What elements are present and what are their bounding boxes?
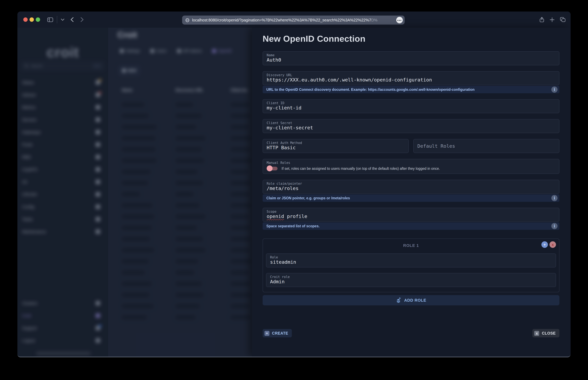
sidebar-item-maintenance[interactable]: Maintenance: [18, 226, 108, 238]
add-role-button[interactable]: ADD ROLE: [263, 295, 559, 305]
add-role-mapping-icon[interactable]: +: [541, 241, 548, 248]
sidebar-item-gateways[interactable]: Gateways: [18, 126, 108, 138]
client-secret-value: my-client-secret: [267, 125, 555, 131]
table-row[interactable]: [108, 222, 252, 233]
sidebar-item-rbd[interactable]: RBD: [18, 151, 108, 163]
close-button[interactable]: x CLOSE: [533, 329, 559, 337]
address-bar[interactable]: localhost:8080/croit/openid/?pagination=…: [182, 16, 405, 25]
table-row[interactable]: [108, 245, 252, 256]
cell-placeholder: [122, 159, 157, 163]
cell-placeholder: [122, 170, 150, 174]
table-rows: [108, 99, 252, 323]
tab-label: Users: [156, 49, 166, 53]
cell-placeholder: [122, 114, 149, 118]
column-header-name[interactable]: Name: [122, 88, 132, 92]
forward-icon[interactable]: [80, 17, 84, 22]
table-row[interactable]: [108, 267, 252, 278]
more-options-icon[interactable]: •••: [396, 17, 403, 23]
sidebar-item-pools[interactable]: Pools: [18, 138, 108, 151]
name-field[interactable]: Name Auth0: [263, 51, 559, 65]
role-claim-field[interactable]: Role claim/pointer /meta/roles: [263, 180, 559, 194]
sidebar-item-status[interactable]: Status: [18, 76, 108, 89]
role-claim-value: /meta/roles: [267, 186, 555, 191]
info-icon[interactable]: i: [551, 195, 557, 201]
table-row[interactable]: [108, 99, 252, 110]
new-tab-icon[interactable]: [550, 17, 554, 22]
chevron-down-icon[interactable]: [61, 19, 64, 21]
table-row[interactable]: [108, 301, 252, 312]
sidebar-item-config[interactable]: Config: [18, 201, 108, 213]
sidebar-item-support[interactable]: Support: [18, 322, 108, 334]
cell-placeholder: [122, 125, 157, 129]
tab-users[interactable]: Users: [150, 49, 166, 53]
sidebar-item-cephfs[interactable]: CephFS: [18, 163, 108, 176]
column-header-discovery-url[interactable]: Discovery URL: [176, 88, 203, 92]
browser-titlebar: localhost:8080/croit/openid/?pagination=…: [18, 12, 570, 28]
client-secret-field[interactable]: Client Secret my-client-secret: [263, 119, 559, 133]
sidebar-item-advisor[interactable]: Advisor: [18, 89, 108, 101]
croit-role-field[interactable]: Croit role Admin: [266, 273, 556, 287]
info-icon[interactable]: i: [551, 223, 557, 229]
manual-roles-toggle[interactable]: [267, 165, 278, 171]
minimize-window-button[interactable]: [30, 18, 34, 22]
openid-list-panel: Croit SettingsUsersAPI tokensOpenID NEW …: [108, 28, 252, 357]
table-row[interactable]: [108, 278, 252, 289]
info-icon[interactable]: i: [551, 86, 557, 93]
default-roles-field[interactable]: Default Roles: [413, 139, 559, 153]
table-row[interactable]: [108, 178, 252, 189]
metrics-icon: [96, 105, 100, 110]
sidebar-item-clusters[interactable]: Clusters: [18, 297, 108, 309]
scope-field[interactable]: Scope openid profile: [263, 208, 559, 222]
tab-settings[interactable]: Settings: [120, 49, 140, 53]
back-icon[interactable]: [71, 17, 74, 22]
cell-placeholder: [122, 315, 147, 319]
table-row[interactable]: [108, 289, 252, 301]
discovery-url-field[interactable]: Discovery URL https://XXX.eu.auth0.com/.…: [263, 71, 559, 85]
sidebar-nav: StatusAdvisorMetricsServersGatewaysPools…: [18, 76, 108, 238]
sidebar-item-label: CephFS: [22, 167, 96, 172]
tab-api-tokens[interactable]: API tokens: [177, 49, 202, 53]
table-row[interactable]: [108, 144, 252, 155]
table-row[interactable]: [108, 133, 252, 144]
table-row[interactable]: [108, 155, 252, 166]
tab-overview-icon[interactable]: [560, 17, 566, 22]
sidebar-item-s3[interactable]: S3: [18, 176, 108, 188]
sidebar-item-label: Croit: [22, 313, 96, 318]
share-icon[interactable]: [539, 17, 544, 22]
table-row[interactable]: [108, 110, 252, 122]
sidebar-item-metrics[interactable]: Metrics: [18, 101, 108, 114]
search-input[interactable]: Search: [21, 61, 105, 71]
column-header-client-au[interactable]: Client Au: [231, 88, 248, 92]
sidebar-item-tasks[interactable]: Tasks: [18, 213, 108, 226]
cell-placeholder: [176, 170, 197, 174]
table-row[interactable]: [108, 200, 252, 211]
table-row[interactable]: [108, 233, 252, 245]
table-row[interactable]: [108, 166, 252, 178]
zoom-window-button[interactable]: [36, 18, 40, 22]
create-button[interactable]: + CREATE: [263, 329, 292, 337]
table-row[interactable]: [108, 312, 252, 323]
table-row[interactable]: [108, 189, 252, 200]
close-window-button[interactable]: [23, 18, 28, 22]
sidebar-item-crush[interactable]: CRUSH: [18, 188, 108, 201]
remove-role-mapping-icon[interactable]: x: [550, 241, 556, 248]
tab-openid[interactable]: OpenID: [213, 49, 232, 53]
sidebar-item-servers[interactable]: Servers: [18, 114, 108, 126]
client-auth-method-field[interactable]: Client Auth Method HTTP Basic: [263, 139, 409, 153]
role-value: siteadmin: [270, 259, 552, 265]
manual-roles-field: Manual Roles If set, roles can be assign…: [263, 159, 559, 174]
table-row[interactable]: [108, 122, 252, 133]
client-id-field[interactable]: Client ID my-client-id: [263, 99, 559, 113]
discovery-url-value: https://XXX.eu.auth0.com/.well-known/ope…: [267, 77, 555, 83]
cell-placeholder: [231, 136, 251, 140]
sidebar-item-croit[interactable]: Croit: [18, 309, 108, 322]
sidebar-item-label: Metrics: [22, 105, 96, 110]
croit-logo: croit: [18, 44, 108, 61]
sidebar-toggle-icon[interactable]: [47, 17, 53, 22]
new-connection-button[interactable]: NEW: [119, 66, 140, 76]
sidebar-item-logout[interactable]: Logout: [18, 334, 108, 347]
role-field[interactable]: Role siteadmin: [266, 253, 556, 267]
croit-heart-icon: [96, 313, 100, 318]
table-row[interactable]: [108, 211, 252, 222]
table-row[interactable]: [108, 256, 252, 267]
